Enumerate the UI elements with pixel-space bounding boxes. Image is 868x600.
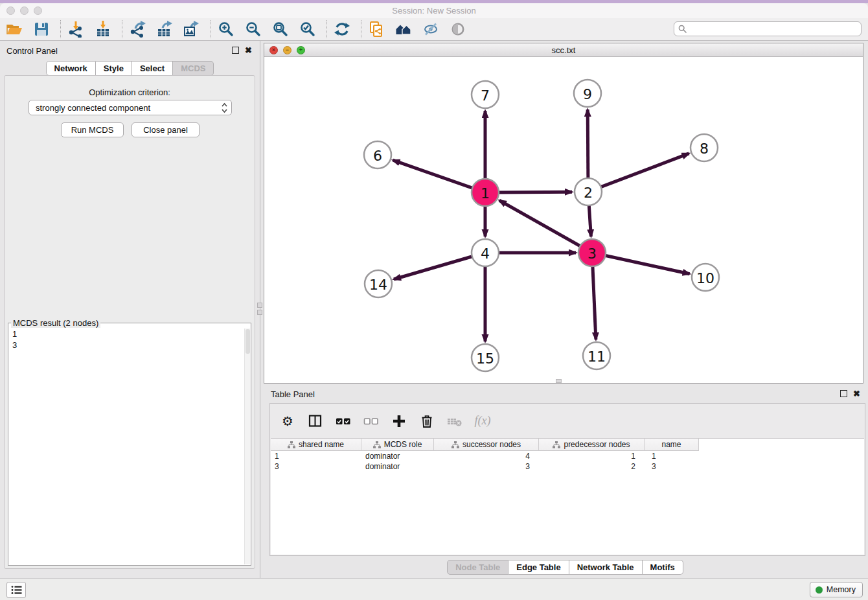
graph-edge-1-2[interactable] (497, 192, 572, 192)
graph-edge-2-3[interactable] (589, 203, 591, 237)
network-window-titlebar[interactable]: × − + scc.txt (264, 43, 863, 57)
close-panel-button[interactable]: Close panel (131, 122, 200, 137)
import-table-icon[interactable] (93, 19, 113, 39)
graph-node-8[interactable] (691, 134, 718, 161)
zoom-in-icon[interactable] (216, 19, 236, 39)
cell-shared-name[interactable]: 1 (271, 452, 361, 461)
export-table-icon[interactable] (155, 19, 174, 39)
criterion-select[interactable]: strongly connected component (29, 100, 232, 115)
memory-status-icon (816, 586, 823, 594)
graph-edge-1-6[interactable] (393, 160, 474, 189)
optimization-criterion-label: Optimization criterion: (5, 87, 255, 97)
cell-successor-nodes[interactable]: 3 (434, 462, 539, 471)
graph-node-15[interactable] (472, 344, 499, 371)
show-graphics-icon[interactable] (448, 19, 468, 39)
cell-shared-name[interactable]: 3 (271, 462, 361, 471)
node-table-container: ⚙ f(x) (269, 403, 865, 556)
float-panel-icon[interactable] (840, 390, 847, 397)
panel-splitter-handle[interactable] (257, 303, 262, 315)
function-builder-icon: f(x) (474, 413, 491, 430)
table-row[interactable]: 3 dominator 3 2 3 (271, 461, 864, 472)
deselect-all-icon[interactable] (363, 413, 380, 430)
table-header-row: shared name MCDS role successor nodes pr… (271, 439, 864, 451)
main-toolbar (0, 18, 868, 41)
graph-edge-2-8[interactable] (599, 154, 689, 188)
view-resize-handle[interactable] (556, 379, 562, 383)
graph-node-6[interactable] (364, 141, 391, 168)
cell-name[interactable]: 1 (645, 452, 699, 461)
column-header-shared-name[interactable]: shared name (271, 439, 361, 451)
graph-edge-2-9[interactable] (588, 110, 588, 180)
table-toolbar: ⚙ f(x) (270, 404, 865, 438)
graph-node-7[interactable] (472, 81, 499, 108)
graph-node-14[interactable] (365, 270, 392, 297)
close-panel-icon[interactable]: ✖ (853, 389, 860, 398)
toolbar-separator (361, 20, 361, 38)
float-panel-icon[interactable] (232, 47, 239, 54)
table-options-icon[interactable]: ⚙ (279, 413, 296, 430)
graph-node-10[interactable] (692, 264, 719, 291)
cell-mcds-role[interactable]: dominator (361, 462, 434, 471)
column-header-predecessor-nodes[interactable]: predecessor nodes (539, 439, 645, 451)
column-header-mcds-role[interactable]: MCDS role (361, 439, 434, 451)
control-panel-tabs: Network Style Select MCDS (0, 61, 260, 76)
network-canvas[interactable]: 1234678910111415 (264, 57, 863, 383)
search-icon (678, 25, 687, 33)
zoom-selected-icon[interactable] (298, 19, 317, 39)
graph-node-2[interactable] (575, 178, 602, 205)
graph-edge-3-1[interactable] (499, 200, 582, 247)
hide-graphics-icon[interactable] (421, 19, 440, 39)
task-history-button[interactable] (6, 582, 26, 598)
tab-network[interactable]: Network (46, 61, 96, 76)
cell-mcds-role[interactable]: dominator (361, 452, 434, 461)
add-column-icon[interactable] (391, 413, 407, 430)
export-network-icon[interactable] (128, 19, 147, 39)
first-neighbors-icon[interactable] (394, 19, 413, 39)
search-input[interactable] (689, 23, 861, 35)
memory-button[interactable]: Memory (810, 582, 863, 597)
import-network-icon[interactable] (66, 19, 86, 39)
graph-edge-3-11[interactable] (593, 264, 596, 340)
list-icon (11, 585, 22, 595)
zoom-fit-icon[interactable] (271, 19, 290, 39)
mcds-result-text[interactable]: 1 3 (8, 328, 251, 351)
graph-edge-3-10[interactable] (604, 255, 690, 274)
cell-predecessor-nodes[interactable]: 1 (539, 452, 645, 461)
graph-node-3[interactable] (578, 239, 606, 266)
close-panel-icon[interactable]: ✖ (245, 46, 252, 54)
tab-edge-table[interactable]: Edge Table (508, 560, 569, 575)
run-mcds-button[interactable]: Run MCDS (61, 122, 124, 137)
result-scrollbar[interactable] (244, 329, 250, 564)
column-visibility-icon[interactable] (307, 413, 324, 430)
graph-edge-4-14[interactable] (394, 256, 474, 279)
tab-mcds[interactable]: MCDS (173, 61, 214, 76)
graph-node-9[interactable] (574, 80, 601, 107)
graph-node-1[interactable] (472, 179, 499, 206)
network-window-title: scc.txt (264, 45, 863, 55)
clone-network-icon[interactable] (367, 19, 386, 39)
zoom-out-icon[interactable] (244, 19, 263, 39)
tab-style[interactable]: Style (96, 61, 132, 76)
tab-motifs[interactable]: Motifs (643, 560, 683, 575)
table-row[interactable]: 1 dominator 4 1 1 (271, 451, 864, 461)
graph-node-11[interactable] (583, 342, 610, 369)
tab-network-table[interactable]: Network Table (569, 560, 643, 575)
graph-node-4[interactable] (472, 239, 499, 266)
cell-successor-nodes[interactable]: 4 (434, 452, 539, 461)
search-field (674, 21, 862, 36)
select-all-icon[interactable] (335, 413, 352, 430)
open-file-icon[interactable] (5, 19, 24, 39)
control-panel: Control Panel ✖ Network Style Select MCD… (0, 41, 260, 578)
refresh-icon[interactable] (332, 19, 352, 39)
tab-select[interactable]: Select (132, 61, 173, 76)
tab-node-table[interactable]: Node Table (447, 560, 508, 575)
save-session-icon[interactable] (32, 19, 51, 39)
export-image-icon[interactable] (182, 19, 201, 39)
delete-column-icon[interactable] (418, 413, 435, 430)
column-header-successor-nodes[interactable]: successor nodes (434, 439, 539, 451)
cell-name[interactable]: 3 (645, 462, 699, 471)
column-header-name[interactable]: name (645, 439, 699, 451)
delete-table-icon (446, 413, 463, 430)
criterion-selected-value: strongly connected component (36, 103, 150, 113)
cell-predecessor-nodes[interactable]: 2 (539, 462, 645, 471)
